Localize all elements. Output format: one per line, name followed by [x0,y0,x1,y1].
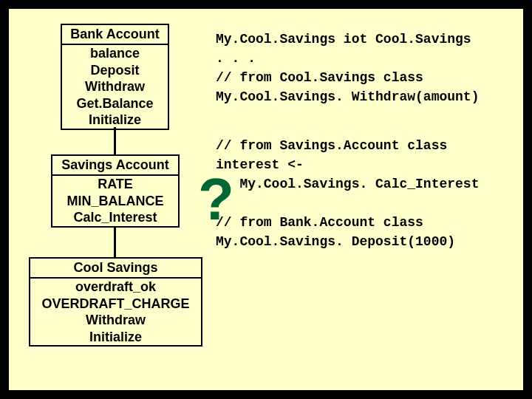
class-row: MIN_BALANCE [52,193,178,210]
diagram-canvas: Bank Account balance Deposit Withdraw Ge… [9,9,523,390]
class-row: Withdraw [30,312,201,329]
class-row: Initialize [62,112,168,129]
connector [114,127,116,154]
class-row: balance [62,45,168,62]
class-title: Cool Savings [30,259,201,279]
class-row: Get.Balance [62,95,168,112]
code-snippet-inheritance: // from Savings.Account class interest <… [216,136,479,252]
class-row: Calc_Interest [52,209,178,226]
class-row: OVERDRAFT_CHARGE [30,296,201,313]
class-box-cool-savings: Cool Savings overdraft_ok OVERDRAFT_CHAR… [29,257,202,347]
class-row: Deposit [62,62,168,79]
class-title: Bank Account [62,25,168,45]
class-row: overdraft_ok [30,279,201,296]
class-row: Withdraw [62,78,168,95]
class-row: Initialize [30,329,201,346]
question-mark-icon: ? [198,166,234,233]
code-snippet-instantiation: My.Cool.Savings iot Cool.Savings . . . /… [216,30,479,106]
class-row: RATE [52,176,178,193]
class-box-bank-account: Bank Account balance Deposit Withdraw Ge… [61,24,169,130]
class-box-savings-account: Savings Account RATE MIN_BALANCE Calc_In… [51,154,180,228]
class-title: Savings Account [52,156,178,176]
connector [114,226,116,257]
